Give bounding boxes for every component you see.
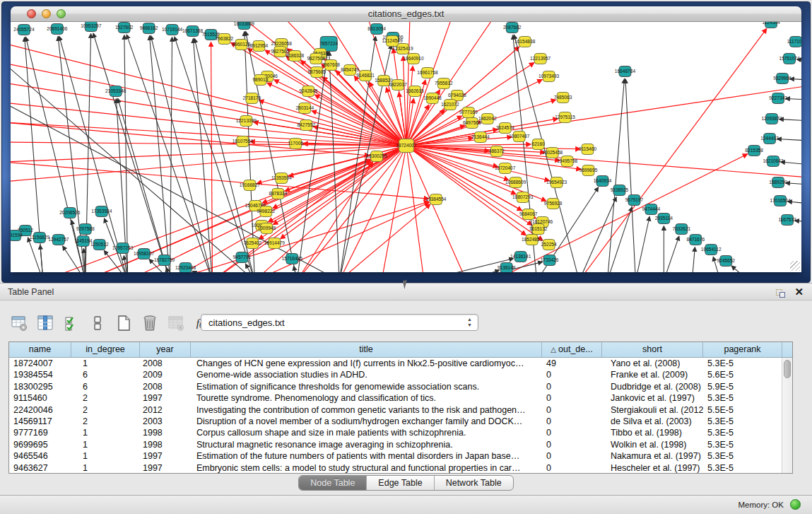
select-all-check-icon[interactable] bbox=[62, 314, 81, 332]
graph-edge[interactable] bbox=[126, 35, 212, 272]
graph-edge[interactable] bbox=[790, 79, 801, 80]
graph-edge[interactable] bbox=[11, 83, 406, 146]
table-row[interactable]: 977716911998Corpus callosum shape and si… bbox=[9, 427, 792, 438]
graph-node[interactable]: 16648784 bbox=[615, 66, 636, 77]
graph-node[interactable]: 18724007 bbox=[396, 139, 417, 153]
graph-node[interactable]: 20691406 bbox=[47, 24, 68, 35]
graph-node[interactable]: 1640934 bbox=[594, 176, 612, 187]
resize-grip[interactable] bbox=[790, 261, 800, 271]
graph-edge[interactable] bbox=[93, 34, 170, 272]
graph-node[interactable]: 19654923 bbox=[546, 177, 567, 188]
graph-edge[interactable] bbox=[786, 183, 801, 185]
graph-node[interactable]: 12213957 bbox=[530, 54, 551, 64]
float-window-icon[interactable] bbox=[776, 287, 787, 298]
graph-node[interactable]: 11156829 bbox=[30, 233, 50, 243]
graph-node[interactable]: 7955812 bbox=[435, 78, 453, 89]
graph-node[interactable]: 1124504 bbox=[763, 22, 780, 28]
graph-edge[interactable] bbox=[625, 79, 635, 272]
graph-edge[interactable] bbox=[406, 146, 801, 177]
graph-node[interactable]: 19166827 bbox=[240, 180, 261, 191]
graph-edge[interactable] bbox=[607, 79, 624, 272]
table-settings-icon[interactable] bbox=[10, 314, 28, 332]
graph-node[interactable]: 2087682 bbox=[503, 23, 522, 33]
graph-edge[interactable] bbox=[11, 146, 406, 182]
network-window-titlebar[interactable]: citations_edges.txt bbox=[11, 6, 801, 22]
graph-node[interactable]: 16782759 bbox=[154, 255, 175, 266]
close-panel-icon[interactable]: ✕ bbox=[794, 286, 804, 298]
graph-node[interactable]: 9777169 bbox=[459, 107, 478, 118]
graph-edge[interactable] bbox=[781, 162, 801, 165]
graph-node[interactable]: 252254 bbox=[541, 240, 557, 250]
graph-node[interactable]: 16961758 bbox=[417, 68, 438, 78]
column-header-out-de---[interactable]: △out_de... bbox=[542, 342, 602, 357]
graph-node[interactable]: 12093872 bbox=[761, 114, 782, 124]
graph-node[interactable]: 1589290 bbox=[769, 177, 787, 188]
graph-node[interactable]: 12923448 bbox=[175, 263, 196, 273]
graph-node[interactable]: 1250512 bbox=[90, 240, 109, 250]
graph-edge[interactable] bbox=[731, 266, 748, 272]
graph-node[interactable]: 12942757 bbox=[48, 235, 69, 245]
graph-node[interactable]: 1244413 bbox=[760, 134, 779, 144]
graph-node[interactable]: 10719144 bbox=[162, 25, 183, 35]
graph-edge[interactable] bbox=[786, 98, 801, 100]
graph-edge[interactable] bbox=[281, 146, 406, 238]
column-header-short[interactable]: short bbox=[602, 342, 703, 357]
column-header-title[interactable]: title bbox=[191, 342, 542, 357]
graph-node[interactable]: 16210643 bbox=[763, 156, 784, 167]
graph-node[interactable]: 989013 bbox=[252, 75, 268, 86]
column-header-year[interactable]: year bbox=[140, 342, 191, 357]
graph-node[interactable]: 24055724 bbox=[13, 25, 35, 35]
table-row[interactable]: 946362711997Embryonic stem cells: a mode… bbox=[9, 462, 792, 473]
graph-node[interactable]: 1990448 bbox=[423, 93, 442, 104]
graph-node[interactable]: 16958107 bbox=[134, 249, 155, 259]
delete-trash-icon[interactable] bbox=[141, 314, 159, 332]
row-boxes-icon[interactable] bbox=[88, 314, 107, 332]
graph-edge[interactable] bbox=[267, 83, 406, 146]
graph-node[interactable]: 11353594 bbox=[271, 173, 292, 184]
graph-node[interactable]: 8471676 bbox=[686, 235, 705, 245]
graph-node[interactable]: 18807293 bbox=[512, 192, 534, 203]
graph-edge[interactable] bbox=[635, 217, 649, 272]
graph-node[interactable]: 62160 bbox=[532, 139, 546, 150]
column-header-name[interactable]: name bbox=[9, 342, 71, 357]
graph-edge[interactable] bbox=[297, 146, 406, 272]
tab-network-table[interactable]: Network Table bbox=[435, 476, 513, 490]
graph-node[interactable]: 10953297 bbox=[81, 22, 102, 32]
graph-edge[interactable] bbox=[579, 29, 767, 272]
graph-node[interactable]: 9136148 bbox=[498, 263, 516, 273]
graph-node[interactable]: 9338925 bbox=[611, 185, 629, 196]
graph-edge[interactable] bbox=[466, 270, 499, 272]
graph-edge[interactable] bbox=[692, 247, 695, 272]
graph-node[interactable]: 18524851 bbox=[522, 235, 543, 245]
graph-node[interactable]: 17016504 bbox=[770, 196, 791, 206]
graph-edge[interactable] bbox=[86, 159, 370, 272]
table-row[interactable]: 1872400712008Changes of HCN gene express… bbox=[9, 358, 792, 369]
graph-edge[interactable] bbox=[193, 39, 212, 272]
network-canvas[interactable]: 2405572420691406109532971527602946616210… bbox=[11, 22, 801, 272]
graph-node[interactable]: 486372 bbox=[489, 146, 505, 157]
table-row[interactable]: 911546021997Tourette syndrome. Phenomeno… bbox=[9, 392, 792, 404]
graph-node[interactable]: 14136141 bbox=[510, 252, 531, 262]
table-selector-dropdown[interactable]: citations_edges.txt ▲▼ bbox=[201, 314, 478, 331]
graph-node[interactable]: 18640910 bbox=[403, 54, 424, 64]
graph-node[interactable]: 8912954 bbox=[250, 41, 269, 52]
graph-node[interactable]: 9245652 bbox=[717, 256, 735, 267]
graph-edge[interactable] bbox=[777, 139, 801, 141]
graph-node[interactable]: 2803144 bbox=[295, 103, 314, 114]
graph-edge[interactable] bbox=[211, 42, 213, 272]
graph-node[interactable]: 16154838 bbox=[514, 37, 536, 47]
graph-node[interactable]: 10654112 bbox=[701, 245, 722, 255]
table-row[interactable]: 946554611997Estimation of the future num… bbox=[9, 450, 792, 462]
graph-node[interactable]: 16671388 bbox=[182, 26, 204, 37]
table-row[interactable]: 1456911722003Disruption of a novel membe… bbox=[9, 416, 792, 427]
memory-status-indicator[interactable] bbox=[790, 499, 801, 510]
column-header-in-degree[interactable]: in_degree bbox=[71, 342, 140, 357]
graph-node[interactable]: 12213399 bbox=[236, 116, 257, 127]
graph-node[interactable]: 8878334 bbox=[269, 189, 288, 199]
graph-edge[interactable] bbox=[11, 63, 254, 272]
graph-node[interactable]: 9679197 bbox=[625, 195, 644, 206]
table-row[interactable]: 1938455462009Genome-wide association stu… bbox=[9, 369, 792, 380]
graph-edge[interactable] bbox=[40, 245, 43, 272]
graph-node[interactable]: 9227343 bbox=[769, 93, 787, 104]
graph-node[interactable]: 7485063 bbox=[554, 93, 572, 103]
